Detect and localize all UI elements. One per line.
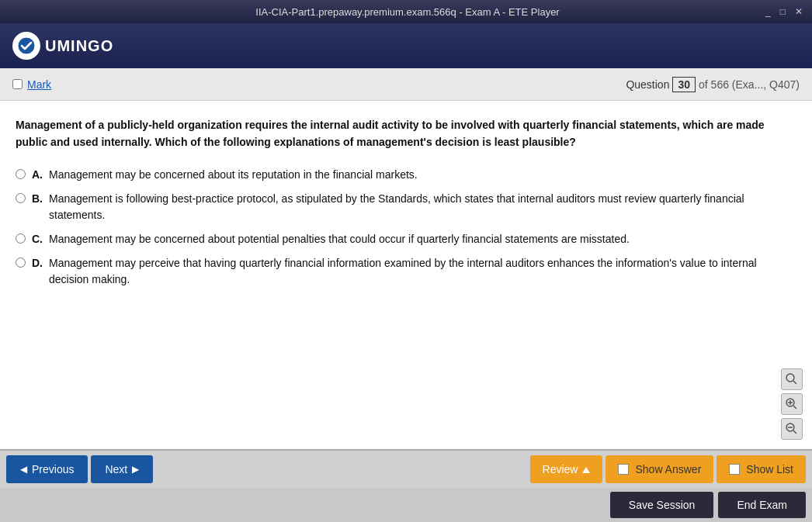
next-chevron-icon: ▶ — [132, 464, 139, 475]
zoom-controls — [781, 368, 803, 440]
previous-chevron-icon: ◀ — [20, 464, 27, 475]
previous-button[interactable]: ◀ Previous — [6, 455, 88, 483]
zoom-in-icon — [786, 398, 798, 410]
answers-container: A. Management may be concerned about its… — [16, 167, 796, 288]
logo: UMINGO — [12, 32, 113, 60]
bottom-toolbar: ◀ Previous Next ▶ Review Show Answer Sho… — [0, 449, 812, 488]
mark-checkbox-input[interactable] — [12, 79, 23, 89]
question-info: Question 30 of 566 (Exa..., Q407) — [626, 77, 800, 92]
app-header: UMINGO — [0, 23, 812, 68]
save-session-label: Save Session — [629, 499, 696, 511]
next-label: Next — [105, 463, 127, 475]
question-header: Mark Question 30 of 566 (Exa..., Q407) — [0, 68, 812, 101]
search-icon — [786, 373, 798, 385]
text-a: Management may be concerned about its re… — [49, 167, 418, 183]
checkmark-icon — [17, 36, 36, 55]
svg-line-2 — [793, 381, 796, 384]
minimize-button[interactable]: _ — [762, 6, 774, 17]
next-button[interactable]: Next ▶ — [91, 455, 153, 483]
question-label: Question — [626, 78, 669, 91]
search-button[interactable] — [781, 368, 803, 390]
svg-point-1 — [786, 374, 794, 382]
title-bar: IIA-CIA-Part1.prepaway.premium.exam.566q… — [0, 0, 812, 23]
svg-point-0 — [18, 37, 35, 54]
action-bar: Save Session End Exam — [0, 488, 812, 522]
mark-checkbox[interactable]: Mark — [12, 78, 51, 91]
radio-a[interactable] — [16, 169, 26, 179]
show-answer-button[interactable]: Show Answer — [606, 455, 713, 483]
zoom-out-icon — [786, 423, 798, 435]
review-button[interactable]: Review — [530, 455, 603, 483]
main-content: Management of a publicly-held organizati… — [0, 101, 812, 449]
question-total: of 566 (Exa..., Q407) — [699, 78, 800, 91]
show-answer-label: Show Answer — [635, 463, 701, 475]
zoom-out-button[interactable] — [781, 418, 803, 440]
svg-line-4 — [793, 406, 796, 409]
letter-a: A. — [32, 167, 43, 183]
text-b: Management is following best-practice pr… — [49, 191, 796, 223]
text-d: Management may perceive that having quar… — [49, 255, 796, 288]
zoom-in-button[interactable] — [781, 393, 803, 415]
close-button[interactable]: ✕ — [792, 6, 806, 17]
answer-option-b: B. Management is following best-practice… — [16, 191, 796, 223]
text-c: Management may be concerned about potent… — [49, 231, 630, 247]
radio-b[interactable] — [16, 193, 26, 203]
answer-option-d: D. Management may perceive that having q… — [16, 255, 796, 288]
answer-option-c: C. Management may be concerned about pot… — [16, 231, 796, 247]
previous-label: Previous — [32, 463, 74, 475]
letter-d: D. — [32, 255, 43, 271]
logo-icon — [12, 32, 40, 60]
svg-line-8 — [793, 430, 796, 434]
end-exam-label: End Exam — [737, 499, 787, 511]
letter-c: C. — [32, 231, 43, 247]
review-label: Review — [543, 463, 578, 475]
radio-c[interactable] — [16, 233, 26, 244]
mark-label[interactable]: Mark — [27, 78, 51, 91]
show-list-button[interactable]: Show List — [717, 455, 806, 483]
show-list-label: Show List — [746, 463, 793, 475]
answer-option-a: A. Management may be concerned about its… — [16, 167, 796, 183]
maximize-button[interactable]: □ — [777, 6, 789, 17]
show-answer-checkbox — [618, 464, 629, 475]
show-list-checkbox — [729, 464, 740, 475]
end-exam-button[interactable]: End Exam — [718, 492, 806, 518]
logo-text: UMINGO — [45, 37, 113, 55]
window-title: IIA-CIA-Part1.prepaway.premium.exam.566q… — [53, 6, 762, 18]
question-number: 30 — [672, 77, 696, 92]
question-text: Management of a publicly-held organizati… — [16, 116, 796, 151]
save-session-button[interactable]: Save Session — [610, 492, 714, 518]
window-controls[interactable]: _ □ ✕ — [762, 6, 806, 17]
review-triangle-icon — [582, 463, 590, 475]
radio-d[interactable] — [16, 258, 26, 268]
letter-b: B. — [32, 191, 43, 207]
